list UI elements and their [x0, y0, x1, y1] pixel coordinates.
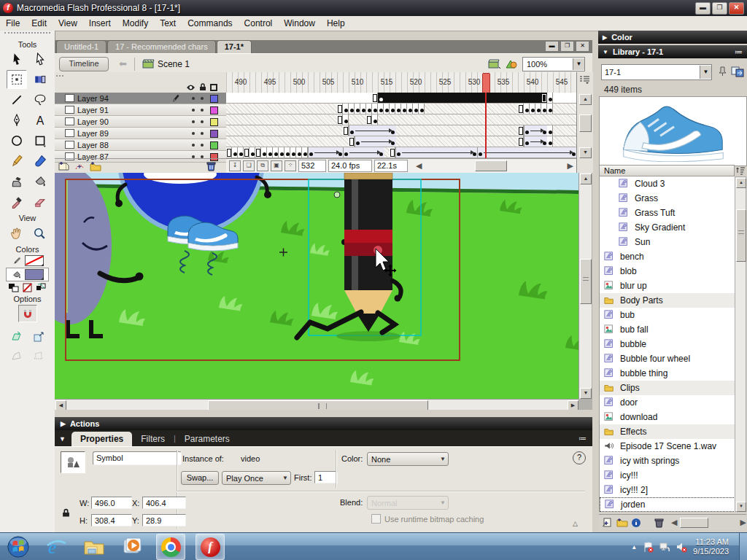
color-style-select[interactable]: None▼	[367, 452, 449, 466]
minimize-button[interactable]: ▬	[695, 2, 711, 15]
panel-grip[interactable]	[4, 32, 50, 38]
library-item[interactable]: Episode 17 Scene 1.wav	[600, 439, 735, 454]
taskbar-internet-explorer-icon[interactable]: e	[42, 534, 70, 559]
library-item[interactable]: bub fall	[600, 322, 735, 337]
free-transform-tool-icon[interactable]	[7, 70, 27, 89]
height-field[interactable]: 308.4	[91, 514, 132, 526]
pencil-tool-icon[interactable]	[7, 152, 27, 171]
add-motion-guide-icon[interactable]	[74, 161, 85, 171]
restore-button[interactable]: ❐	[712, 2, 727, 15]
paint-bucket-tool-icon[interactable]	[30, 172, 50, 191]
tab-properties[interactable]: Properties	[71, 432, 132, 446]
stroke-color-swatch[interactable]	[25, 255, 44, 266]
timeline-frames-row[interactable]	[226, 125, 576, 136]
insert-layer-folder-icon[interactable]	[90, 161, 101, 171]
collapse-down-icon[interactable]: ▼	[59, 435, 66, 443]
layer-name[interactable]: Layer 90	[77, 117, 147, 126]
scroll-left-icon[interactable]: ◀	[55, 400, 66, 411]
timeline-frames-row[interactable]	[226, 104, 576, 114]
library-item[interactable]: Sun	[600, 235, 735, 249]
lock-aspect-icon[interactable]	[62, 508, 70, 518]
eraser-tool-icon[interactable]	[30, 192, 50, 211]
layer-lock-dot[interactable]	[201, 97, 204, 100]
scroll-right-icon[interactable]: ▶	[740, 518, 746, 527]
menu-commands[interactable]: Commands	[182, 17, 238, 30]
menu-view[interactable]: View	[53, 17, 83, 30]
tab-parameters[interactable]: Parameters	[176, 432, 239, 446]
rectangle-tool-icon[interactable]	[30, 131, 50, 150]
scroll-up-icon[interactable]: ▲	[580, 174, 592, 184]
library-item[interactable]: blob	[600, 264, 735, 279]
library-item[interactable]: icy!!! 2]	[600, 483, 735, 497]
new-symbol-icon[interactable]	[602, 517, 614, 528]
scroll-right-icon[interactable]: ▶	[568, 400, 578, 411]
stage-vertical-scrollbar[interactable]: ▲ ▼	[578, 173, 592, 399]
show-hide-eye-icon[interactable]	[186, 84, 196, 91]
layer-outline-color-swatch[interactable]	[210, 106, 218, 114]
elapsed-time-field[interactable]: 22.1s	[374, 160, 408, 172]
timeline-hscroll-thumb[interactable]	[475, 160, 507, 171]
timeline-frames-row[interactable]	[226, 114, 576, 125]
timeline-vscroll-thumb[interactable]	[579, 114, 592, 132]
network-status-icon[interactable]	[659, 542, 670, 553]
pen-tool-icon[interactable]	[7, 111, 27, 130]
timeline-frames-row[interactable]	[226, 93, 576, 104]
scroll-left-icon[interactable]: ◀	[671, 518, 677, 527]
stage-area[interactable]: ▲ ▼ ◀ ▶	[55, 173, 592, 410]
chevron-down-icon[interactable]: ▼	[573, 58, 584, 70]
fill-color-swatch[interactable]	[25, 269, 44, 280]
menu-insert[interactable]: Insert	[83, 17, 117, 30]
first-frame-field[interactable]: 1	[314, 471, 338, 483]
oval-tool-icon[interactable]	[7, 131, 27, 150]
new-folder-icon[interactable]	[616, 517, 628, 528]
scale-icon[interactable]	[29, 328, 48, 346]
layer-lock-dot[interactable]	[201, 144, 204, 147]
panel-menu-icon[interactable]: ≔	[578, 434, 587, 443]
doc-close-button[interactable]: ✕	[576, 41, 589, 52]
onion-skin-outlines-icon[interactable]: ⧉	[257, 160, 268, 171]
library-item[interactable]: blur up	[600, 279, 735, 293]
swap-colors-icon[interactable]	[36, 283, 47, 292]
scroll-up-icon[interactable]: ▲	[579, 94, 592, 105]
lock-icon[interactable]	[199, 83, 206, 91]
library-item[interactable]: Grass	[600, 191, 735, 206]
taskbar-flash-icon[interactable]: f	[196, 534, 225, 560]
taskbar-chrome-icon[interactable]	[156, 534, 185, 560]
layer-row[interactable]: Layer 91	[55, 104, 226, 116]
edit-symbols-icon[interactable]	[505, 58, 518, 69]
x-field[interactable]: 406.4	[142, 497, 186, 509]
rotate-skew-icon[interactable]	[7, 328, 26, 346]
lasso-tool-icon[interactable]	[30, 90, 50, 109]
delete-layer-trash-icon[interactable]	[206, 161, 216, 171]
hand-tool-icon[interactable]	[6, 224, 26, 243]
layer-visibility-dot[interactable]	[192, 132, 195, 135]
panel-menu-icon[interactable]: ≔	[735, 47, 743, 57]
library-item-selected[interactable]: jorden	[600, 497, 735, 512]
layer-row[interactable]: Layer 94	[55, 93, 226, 104]
tab-filters[interactable]: Filters	[132, 432, 174, 446]
menu-control[interactable]: Control	[239, 17, 279, 30]
scroll-left-icon[interactable]: ◀	[416, 161, 422, 171]
library-item[interactable]: door	[600, 395, 735, 410]
item-properties-info-icon[interactable]	[631, 518, 641, 528]
library-item[interactable]: Body Parts	[600, 293, 735, 308]
loop-mode-select[interactable]: Play Once▼	[222, 471, 291, 485]
y-field[interactable]: 28.9	[142, 514, 186, 526]
width-field[interactable]: 496.0	[91, 497, 132, 509]
layer-row[interactable]: Layer 89	[55, 128, 226, 139]
layer-outline-color-swatch[interactable]	[210, 130, 218, 138]
modify-onion-markers-icon[interactable]: ⁘	[285, 160, 296, 171]
library-scroll-thumb[interactable]	[736, 209, 746, 262]
library-item[interactable]: Clips	[600, 381, 735, 395]
line-tool-icon[interactable]	[7, 90, 27, 109]
current-frame-field[interactable]: 532	[298, 160, 326, 172]
start-button[interactable]	[4, 534, 32, 559]
text-tool-icon[interactable]: A	[30, 111, 50, 130]
gradient-transform-tool-icon[interactable]	[30, 70, 50, 89]
layer-lock-dot[interactable]	[201, 120, 204, 123]
brush-tool-icon[interactable]	[30, 152, 50, 171]
library-item[interactable]: Bubble four wheel	[600, 351, 735, 366]
zoom-tool-icon[interactable]	[29, 224, 50, 243]
back-arrow-icon[interactable]: ⬅	[119, 58, 127, 69]
no-color-icon[interactable]	[22, 283, 33, 292]
